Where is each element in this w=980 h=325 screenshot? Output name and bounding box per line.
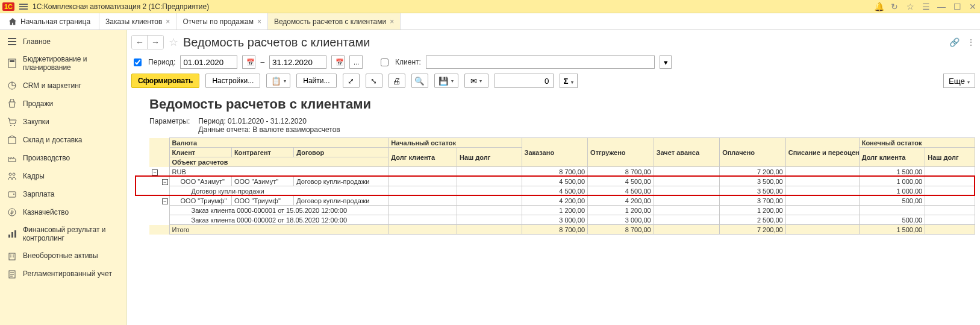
doc-icon [7, 270, 17, 279]
client-checkbox[interactable] [381, 58, 389, 66]
calc-icon [7, 58, 17, 68]
svg-point-3 [10, 125, 11, 126]
star-icon[interactable]: ☆ [905, 2, 915, 11]
collapse-button[interactable]: ⤡ [366, 74, 382, 88]
tabs-row: Начальная страница Заказы клиентов × Отч… [0, 13, 980, 30]
table-row[interactable]: −RUB8 700,008 700,007 200,001 500,00 [149, 167, 975, 177]
tab-label: Заказы клиентов [105, 17, 162, 26]
period-picker-button[interactable]: ... [349, 55, 363, 69]
sidebar-item-purchases[interactable]: Закупки [0, 113, 126, 131]
th-contr: Контрагент [231, 148, 293, 157]
bell-icon[interactable]: 🔔 [874, 2, 884, 11]
find-button[interactable]: Найти... [296, 74, 336, 88]
client-dropdown-button[interactable]: ▾ [660, 55, 672, 69]
total-label: Итого [169, 225, 389, 235]
sidebar-label: Зарплата [23, 190, 55, 198]
date-separator: – [260, 58, 264, 66]
sidebar-label: Бюджетирование и планирование [23, 55, 119, 72]
more-button[interactable]: Еще [943, 74, 975, 88]
send-button[interactable]: ✉ [464, 74, 488, 88]
svg-rect-1 [10, 60, 14, 62]
sidebar-item-assets[interactable]: Внеоборотные активы [0, 247, 126, 265]
date-from-input[interactable] [180, 55, 237, 69]
calendar-to-button[interactable]: 📅 [331, 55, 345, 69]
sidebar-item-sales[interactable]: Продажи [0, 95, 126, 113]
preview-button[interactable]: 🔍 [411, 74, 428, 88]
save-button[interactable]: 💾 [434, 74, 458, 88]
table-row[interactable]: −ООО "Азимут"ООО "Азимут"Договор купли-п… [149, 177, 975, 186]
svg-text:₽: ₽ [10, 210, 14, 216]
app-title: 1С:Комплексная автоматизация 2 (1С:Предп… [33, 2, 869, 11]
sidebar-item-warehouse[interactable]: Склад и доставка [0, 131, 126, 149]
client-label: Клиент: [395, 58, 421, 66]
sidebar-item-treasury[interactable]: ₽Казначейство [0, 203, 126, 221]
table-row[interactable]: −ООО "Триумф"ООО "Триумф"Договор купли-п… [149, 196, 975, 206]
sidebar-item-main[interactable]: Главное [0, 33, 126, 51]
calendar-from-button[interactable]: 📅 [242, 55, 255, 69]
tree-toggle[interactable]: − [152, 169, 158, 175]
client-input[interactable] [426, 55, 655, 69]
sidebar-item-salary[interactable]: Зарплата [0, 185, 126, 203]
hamburger-icon[interactable] [19, 4, 28, 10]
back-button[interactable]: ← [132, 36, 148, 49]
period-label: Период: [148, 58, 175, 66]
params-label: Параметры: [149, 117, 196, 125]
svg-rect-14 [14, 230, 16, 238]
param-period: Период: 01.01.2020 - 31.12.2020 [198, 117, 307, 125]
favorite-star-icon[interactable]: ☆ [169, 36, 178, 49]
close-icon[interactable]: × [390, 17, 394, 26]
sigma-button[interactable]: Σ [560, 74, 578, 88]
variants-button[interactable]: 📋 [266, 74, 290, 88]
table-row[interactable]: Договор купли-продажи4 500,004 500,003 5… [149, 186, 975, 196]
period-checkbox[interactable] [134, 58, 142, 66]
tree-toggle[interactable]: − [162, 198, 168, 204]
wallet-icon [7, 189, 17, 199]
date-to-input[interactable] [269, 55, 326, 69]
print-button[interactable]: 🖨 [389, 74, 405, 88]
minimize-icon[interactable]: — [937, 2, 946, 11]
tab-settlements[interactable]: Ведомость расчетов с клиентами × [268, 13, 401, 30]
tree-toggle[interactable]: − [162, 179, 168, 185]
generate-button[interactable]: Сформировать [131, 74, 199, 88]
th-paid: Оплачено [720, 138, 786, 167]
table-row[interactable]: Заказ клиента 0000-000001 от 15.05.2020 … [149, 206, 975, 215]
sidebar-item-crm[interactable]: CRM и маркетинг [0, 77, 126, 95]
sidebar-item-regaccounting[interactable]: Регламентированный учет [0, 265, 126, 283]
table-row[interactable]: Заказ клиента 0000-000002 от 18.05.2020 … [149, 215, 975, 225]
bars-icon [7, 229, 17, 239]
home-tab[interactable]: Начальная страница [0, 13, 99, 30]
tab-sales-reports[interactable]: Отчеты по продажам × [176, 13, 268, 30]
nav-arrows: ← → [131, 35, 164, 49]
sidebar-label: Кадры [23, 172, 45, 180]
logo-1c: 1C [2, 2, 14, 11]
sidebar-label: Продажи [23, 99, 53, 108]
sidebar-label: Склад и доставка [23, 136, 82, 144]
close-icon[interactable]: ✕ [968, 2, 978, 11]
sidebar-item-budgeting[interactable]: Бюджетирование и планирование [0, 51, 126, 77]
link-icon[interactable]: 🔗 [949, 37, 960, 47]
home-tab-label: Начальная страница [20, 17, 90, 26]
kebab-icon[interactable]: ⋮ [967, 37, 975, 47]
menu-icon [7, 37, 17, 46]
tab-orders[interactable]: Заказы клиентов × [99, 13, 176, 30]
bag-icon [7, 99, 17, 109]
sum-input[interactable] [495, 74, 554, 88]
filter-icon[interactable]: ☰ [921, 2, 931, 11]
expand-button[interactable]: ⤢ [343, 74, 360, 88]
settings-button[interactable]: Настройки... [205, 74, 260, 88]
sidebar-item-production[interactable]: Производство [0, 149, 126, 167]
sidebar-item-finresult[interactable]: Финансовый результат и контроллинг [0, 221, 126, 247]
history-icon[interactable]: ↻ [890, 2, 899, 11]
sidebar-label: Финансовый результат и контроллинг [23, 226, 119, 243]
report-area: Ведомость расчетов с клиентами Параметры… [131, 96, 975, 235]
sidebar-label: Главное [23, 37, 51, 46]
close-icon[interactable]: × [257, 17, 261, 26]
forward-button[interactable]: → [148, 36, 163, 49]
sidebar-label: CRM и маркетинг [23, 81, 81, 90]
maximize-icon[interactable]: ☐ [952, 2, 962, 11]
close-icon[interactable]: × [166, 17, 170, 26]
page-title: Ведомость расчетов с клиентами [183, 36, 370, 49]
actions-row: Сформировать Настройки... 📋 Найти... ⤢ ⤡… [131, 74, 975, 88]
sidebar-item-hr[interactable]: Кадры [0, 167, 126, 185]
total-shipped: 8 700,00 [588, 225, 654, 235]
